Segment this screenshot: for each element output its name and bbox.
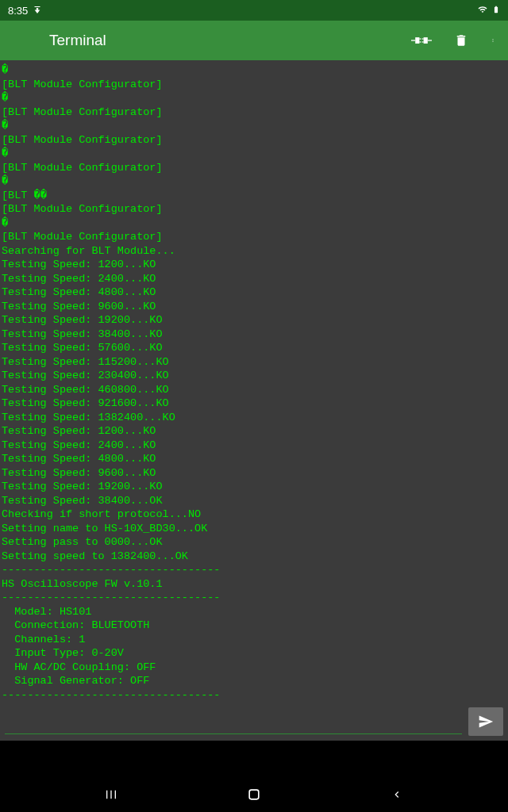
terminal-line: � xyxy=(2,174,506,189)
terminal-line: Searching for BLT Module... xyxy=(2,244,506,259)
terminal-line: Testing Speed: 921600...KO xyxy=(2,396,506,411)
download-icon xyxy=(33,5,42,17)
terminal-line: Testing Speed: 230400...KO xyxy=(2,369,506,383)
terminal-line: HS Oscilloscope FW v.10.1 xyxy=(2,577,506,592)
app-bar: Terminal xyxy=(0,21,508,60)
terminal-line: ---------------------------------- xyxy=(2,591,506,605)
send-button[interactable] xyxy=(468,707,503,736)
trash-icon[interactable] xyxy=(454,33,468,48)
terminal-line: Testing Speed: 4800...KO xyxy=(2,452,506,466)
terminal-line: Testing Speed: 460800...KO xyxy=(2,383,506,397)
terminal-line: � xyxy=(2,63,506,78)
recent-apps-button[interactable] xyxy=(79,788,143,801)
svg-rect-7 xyxy=(422,41,424,42)
terminal-line: [BLT Module Configurator] xyxy=(2,133,506,147)
terminal-line: Testing Speed: 1200...KO xyxy=(2,258,506,272)
terminal-line: Testing Speed: 9600...KO xyxy=(2,300,506,314)
svg-rect-4 xyxy=(419,38,421,39)
svg-rect-1 xyxy=(415,37,419,44)
terminal-line: Setting name to HS-10X_BD30...OK xyxy=(2,522,506,536)
input-row xyxy=(0,704,508,741)
terminal-line: Model: HS101 xyxy=(2,605,506,619)
terminal-line: [BLT Module Configurator] xyxy=(2,230,506,244)
svg-rect-5 xyxy=(419,41,421,42)
svg-rect-6 xyxy=(422,38,424,39)
terminal-line: Testing Speed: 19200...KO xyxy=(2,313,506,327)
connect-icon[interactable] xyxy=(411,33,432,48)
back-button[interactable] xyxy=(365,787,429,802)
terminal-line: Testing Speed: 38400...OK xyxy=(2,494,506,508)
terminal-output[interactable]: �[BLT Module Configurator]�[BLT Module C… xyxy=(0,60,508,704)
terminal-line: ---------------------------------- xyxy=(2,563,506,577)
terminal-line: [BLT Module Configurator] xyxy=(2,78,506,92)
terminal-line: � xyxy=(2,147,506,161)
terminal-line: [BLT Module Configurator] xyxy=(2,105,506,120)
terminal-line: Testing Speed: 9600...KO xyxy=(2,466,506,481)
menu-icon[interactable] xyxy=(13,36,29,44)
terminal-line: Testing Speed: 38400...KO xyxy=(2,327,506,342)
terminal-line: Testing Speed: 19200...KO xyxy=(2,480,506,494)
svg-rect-11 xyxy=(249,790,259,799)
terminal-line: Testing Speed: 1382400...KO xyxy=(2,411,506,425)
terminal-line: Testing Speed: 115200...KO xyxy=(2,355,506,370)
terminal-line: Testing Speed: 2400...KO xyxy=(2,272,506,286)
svg-rect-0 xyxy=(411,40,415,40)
bottom-gap xyxy=(0,741,508,777)
terminal-line: Checking if short protocol...NO xyxy=(2,508,506,522)
terminal-line: [BLT Module Configurator] xyxy=(2,161,506,175)
terminal-line: � xyxy=(2,119,506,133)
command-input[interactable] xyxy=(5,709,462,734)
terminal-line: Input Type: 0-20V xyxy=(2,646,506,661)
wifi-icon xyxy=(476,5,489,17)
terminal-line: Channels: 1 xyxy=(2,633,506,647)
terminal-line: Testing Speed: 2400...KO xyxy=(2,439,506,453)
more-icon[interactable] xyxy=(491,33,495,48)
terminal-line: Setting speed to 1382400...OK xyxy=(2,550,506,564)
terminal-line: Signal Generator: OFF xyxy=(2,674,506,688)
svg-rect-3 xyxy=(428,40,432,40)
terminal-line: Connection: BLUETOOTH xyxy=(2,619,506,633)
terminal-line: Testing Speed: 1200...KO xyxy=(2,424,506,439)
svg-rect-2 xyxy=(424,37,428,44)
terminal-line: HW AC/DC Coupling: OFF xyxy=(2,661,506,675)
terminal-line: Setting pass to 0000...OK xyxy=(2,535,506,550)
terminal-line: � xyxy=(2,91,506,105)
terminal-line: [BLT �� xyxy=(2,189,506,203)
battery-icon xyxy=(492,4,500,17)
status-bar: 8:35 xyxy=(0,0,508,21)
terminal-line: � xyxy=(2,216,506,231)
terminal-line: [BLT Module Configurator] xyxy=(2,202,506,216)
home-button[interactable] xyxy=(222,787,286,802)
terminal-line: ---------------------------------- xyxy=(2,688,506,703)
terminal-line: Testing Speed: 57600...KO xyxy=(2,341,506,355)
terminal-line: Testing Speed: 4800...KO xyxy=(2,285,506,300)
status-time: 8:35 xyxy=(8,5,28,17)
macro-row: M1M2M3M4M5M6M7M8M9M10 xyxy=(2,702,506,704)
app-title: Terminal xyxy=(49,32,106,49)
android-nav-bar xyxy=(0,777,508,812)
